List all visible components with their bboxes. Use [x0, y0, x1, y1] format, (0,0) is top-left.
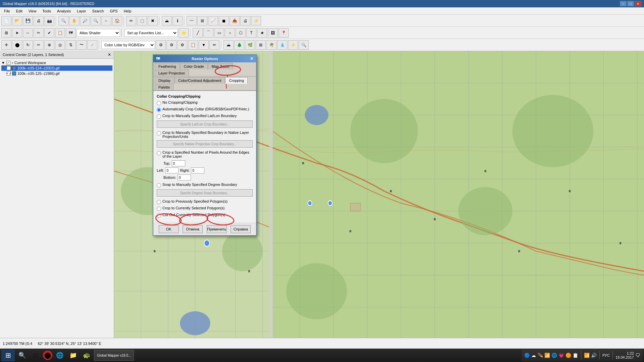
menu-analysis[interactable]: Analysis: [54, 8, 73, 14]
tb2-5[interactable]: ✔: [44, 28, 54, 38]
fence-btn[interactable]: ⚡: [288, 40, 298, 50]
tb3-simplify[interactable]: ⟋: [87, 40, 97, 50]
new-btn[interactable]: 📄: [1, 16, 11, 25]
ok-button[interactable]: OK: [159, 225, 179, 233]
save-btn[interactable]: 💾: [23, 16, 33, 25]
menu-edit[interactable]: Edit: [13, 8, 25, 14]
tab-palette[interactable]: Palette: [155, 84, 174, 90]
tb3-join[interactable]: ⊕: [44, 40, 54, 50]
tray-chrome2[interactable]: 🌐: [551, 353, 557, 358]
favorites-dropdown[interactable]: Set up Favorites List...: [124, 29, 178, 37]
tb2-atlas[interactable]: 🗺: [66, 28, 76, 38]
tb2-6[interactable]: 📋: [55, 28, 65, 38]
taskbar-globalmapper[interactable]: 🐢: [81, 349, 93, 361]
map-area[interactable]: 0 km 5 km 10 km 15 km 20 km 25 km 🗺 Rast…: [114, 51, 644, 351]
layer-row-1[interactable]: ✓ 100k--n35-124--(2002).gif: [1, 65, 112, 71]
top-input[interactable]: [172, 160, 185, 166]
tray-network[interactable]: 📶: [544, 353, 550, 358]
tray-bluetooth[interactable]: 🔵: [524, 353, 530, 358]
tab-map-zoom[interactable]: Map Zoom: [208, 63, 233, 69]
layer-icon[interactable]: 📋: [188, 40, 198, 50]
layer2-checkbox[interactable]: ✓: [7, 71, 11, 75]
menu-layer[interactable]: Layer: [74, 8, 89, 14]
radio-auto-crop-input[interactable]: [157, 108, 161, 112]
radio-pixels-input[interactable]: [157, 151, 161, 155]
curve-btn[interactable]: ⌒: [203, 28, 213, 38]
zoomout-btn[interactable]: 🔍: [91, 16, 101, 25]
tb2-4[interactable]: ✂: [34, 28, 44, 38]
tray-wifi[interactable]: 📶: [584, 353, 590, 358]
open-btn[interactable]: 📂: [12, 16, 22, 25]
minimize-button[interactable]: ─: [620, 1, 627, 6]
text-btn[interactable]: T: [246, 28, 256, 38]
tab-layer-projection[interactable]: Layer Projection: [155, 70, 189, 76]
tray-orange[interactable]: 🟠: [565, 353, 571, 358]
tb3-node[interactable]: ⬤: [12, 40, 22, 50]
start-button[interactable]: ⊞: [1, 349, 15, 361]
layer1-checkbox[interactable]: ✓: [7, 66, 11, 70]
layer-row-2[interactable]: ✓ 100k--n35-125--(1986).gif: [1, 71, 112, 76]
tab-feathering[interactable]: Feathering: [155, 63, 180, 69]
specify-latlon-button[interactable]: Specify Lat/Lon Crop Boundary...: [157, 120, 253, 128]
tb3-smooth[interactable]: 〜: [77, 40, 87, 50]
lidar-btn[interactable]: ⚡: [251, 16, 261, 25]
palm-btn[interactable]: 🌴: [266, 40, 277, 50]
apply-button[interactable]: Применить: [207, 225, 227, 233]
tb2-2[interactable]: ➤: [12, 28, 22, 38]
left-input[interactable]: [165, 167, 179, 173]
menu-view[interactable]: View: [26, 8, 39, 14]
radio-cut-poly-input[interactable]: [157, 213, 161, 218]
shader-settings[interactable]: ⚙: [156, 40, 166, 50]
shader-2[interactable]: ⚙: [166, 40, 177, 50]
atlas-shader-dropdown[interactable]: Atlas Shader: [77, 29, 120, 37]
radio-sel-poly-input[interactable]: [157, 207, 161, 211]
edit2-btn[interactable]: ✏: [209, 40, 219, 50]
bottom-input[interactable]: [178, 174, 191, 180]
rect-btn[interactable]: ▭: [214, 28, 224, 38]
close-button[interactable]: ✕: [635, 1, 641, 6]
shader-3[interactable]: ⚙: [177, 40, 187, 50]
tb2-1[interactable]: ⊞: [1, 28, 11, 38]
tb3-flip[interactable]: ⇅: [66, 40, 76, 50]
tab-cropping[interactable]: Cropping: [225, 77, 248, 84]
line-btn[interactable]: ╱: [193, 28, 203, 38]
hill-btn[interactable]: ⛰: [224, 40, 234, 50]
export-btn[interactable]: 📤: [230, 16, 240, 25]
search-btn[interactable]: 🔍: [58, 16, 68, 25]
capture-btn[interactable]: 📷: [44, 16, 54, 25]
terrain-btn[interactable]: ⛰: [162, 16, 172, 25]
home-btn[interactable]: 🏠: [112, 16, 122, 25]
help-button[interactable]: Справка: [231, 225, 251, 233]
color-lidar-dropdown[interactable]: Color Lidar by RGB/Elev: [101, 41, 155, 49]
grid-btn[interactable]: ⊞: [197, 16, 207, 25]
taskbar-chrome[interactable]: 🌐: [54, 349, 66, 361]
specify-snap-button[interactable]: Specify Degree Snap Boundary...: [157, 189, 253, 197]
menu-tools[interactable]: Tools: [40, 8, 54, 14]
select-btn[interactable]: ⬚: [137, 16, 147, 25]
print2-btn[interactable]: 🖨: [240, 16, 250, 25]
volume-btn[interactable]: ◼: [219, 16, 229, 25]
draw-btn[interactable]: ✏: [126, 16, 136, 25]
filter-btn[interactable]: ▼: [199, 40, 209, 50]
poly-btn[interactable]: ⬡: [236, 28, 246, 38]
tray-copy[interactable]: 📋: [573, 353, 578, 358]
tb2-3[interactable]: ↔: [23, 28, 33, 38]
specify-native-button[interactable]: Specify Native Projection Crop Boundary.…: [157, 140, 253, 148]
radio-latlon-input[interactable]: [157, 114, 161, 119]
radio-no-crop-input[interactable]: [157, 101, 161, 105]
taskbar-app-globalmapper[interactable]: Global Mapper v18.0...: [94, 350, 134, 361]
menu-gps[interactable]: GPS: [107, 8, 120, 14]
favorites-add[interactable]: ⭐: [179, 28, 189, 38]
image-btn[interactable]: 🖼: [268, 28, 278, 38]
radio-prev-poly-input[interactable]: [157, 200, 161, 204]
tab-color-contrast[interactable]: Color/Contrast Adjustment: [175, 77, 225, 84]
tray-cloud[interactable]: ☁: [531, 353, 536, 358]
tab-display[interactable]: Display: [155, 77, 174, 84]
taskbar-opera[interactable]: ⬤: [43, 351, 52, 360]
workspace-checkbox[interactable]: [6, 61, 10, 65]
workspace-expand[interactable]: ▼: [1, 61, 5, 65]
taskbar-explorer[interactable]: 📁: [67, 349, 79, 361]
taskbar-search[interactable]: 🔍: [16, 349, 28, 361]
tb3-buffer[interactable]: ◎: [55, 40, 65, 50]
info-btn[interactable]: ℹ: [172, 16, 183, 25]
